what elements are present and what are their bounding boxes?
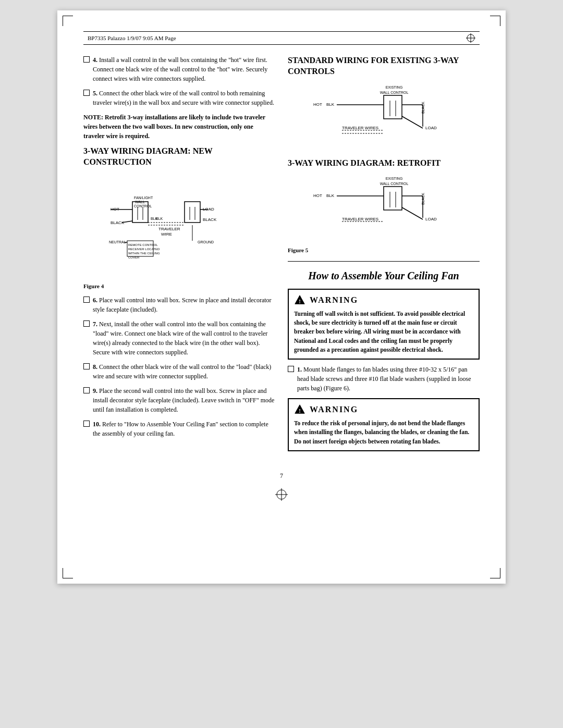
standard-wiring-svg: EXISTING WALL CONTROL HOT BLK BLACK TRAV (288, 82, 480, 150)
divider (288, 261, 480, 262)
checkbox-7 (83, 320, 90, 327)
right-step-1-number: 1. (297, 366, 302, 373)
warning-box-1: ! WARNING Turning off wall switch is not… (288, 289, 480, 360)
step-4-text: 4. Install a wall control in the wall bo… (93, 55, 275, 83)
header-bar: BP7335 Palazzo 1/9/07 9:05 AM Page (83, 31, 480, 45)
warning-2-header: ! WARNING (294, 403, 473, 416)
bottom-crosshair-icon (275, 488, 288, 501)
step-5-item: 5. Connect the other black wire of the w… (83, 89, 275, 107)
bottom-crosshair-container (83, 488, 480, 501)
step-6-content: Place wall control into wall box. Screw … (93, 297, 272, 313)
svg-text:REMOTE CONTROL: REMOTE CONTROL (128, 243, 158, 246)
standard-wiring-title: STANDARD WIRING FOR EXISTING 3-WAY CONTR… (288, 55, 480, 77)
step-10-content: Refer to "How to Assemble Your Ceiling F… (93, 421, 268, 437)
note-text: NOTE: Retrofit 3-way installations are l… (83, 113, 275, 141)
svg-text:RECEIVER LOCATED: RECEIVER LOCATED (128, 248, 160, 251)
svg-line-48 (402, 116, 423, 128)
step-8-number: 8. (93, 363, 97, 371)
step-5-text: 5. Connect the other black wire of the w… (93, 89, 275, 107)
page: BP7335 Palazzo 1/9/07 9:05 AM Page 4. In… (57, 10, 506, 584)
step-4-item: 4. Install a wall control in the wall bo… (83, 55, 275, 83)
svg-rect-14 (185, 202, 200, 223)
svg-text:WIRE: WIRE (161, 232, 172, 237)
svg-text:WITHIN THE CEILING: WITHIN THE CEILING (128, 252, 160, 255)
step-5-number: 5. (93, 90, 97, 97)
step-10-item: 10. Refer to "How to Assemble Your Ceili… (83, 419, 275, 438)
corner-mark-tr (490, 16, 500, 26)
retrofit-diagram-container: EXISTING WALL CONTROL HOT BLK BLACK TRAV (288, 174, 480, 255)
warning-triangle-icon-2: ! (294, 404, 305, 415)
warning-2-title: WARNING (310, 403, 358, 416)
step-6-number: 6. (93, 297, 97, 304)
step-7-text: 7. Next, install the other wall control … (93, 319, 275, 357)
crosshair-icon (466, 33, 475, 43)
warning-2-text: To reduce the risk of personal injury, d… (294, 419, 473, 446)
corner-mark-tl (63, 16, 73, 26)
checkbox-6 (83, 297, 90, 303)
right-step-1-content: Mount blade flanges to fan blades using … (297, 366, 471, 392)
figure-4-diagram: HOT FAN/LIGHT WALL CONTROL BLACK BLK (83, 173, 275, 277)
warning-box-2: ! WARNING To reduce the risk of personal… (288, 398, 480, 451)
figure-5-label: Figure 5 (288, 246, 480, 255)
svg-text:FAN/LIGHT: FAN/LIGHT (134, 196, 153, 200)
svg-text:WALL CONTROL: WALL CONTROL (380, 182, 409, 186)
right-step-1-text: 1. Mount blade flanges to fan blades usi… (297, 365, 480, 393)
figure-4-label: Figure 4 (83, 282, 275, 291)
step-9-item: 9. Place the second wall control into th… (83, 386, 275, 414)
step-8-text: 8. Connect the other black wire of the w… (93, 362, 275, 381)
warning-1-title: WARNING (310, 294, 358, 306)
step-6-text: 6. Place wall control into wall box. Scr… (93, 295, 275, 314)
svg-line-63 (402, 207, 423, 219)
warning-triangle-icon-1: ! (294, 294, 305, 306)
step-10-text: 10. Refer to "How to Assemble Your Ceili… (93, 419, 275, 438)
right-column: STANDARD WIRING FOR EXISTING 3-WAY CONTR… (288, 55, 480, 456)
svg-text:WALL: WALL (135, 200, 145, 204)
svg-text:COVER: COVER (128, 256, 140, 259)
step-6-item: 6. Place wall control into wall box. Scr… (83, 295, 275, 314)
checkbox-r1 (288, 366, 294, 372)
corner-mark-bl (63, 568, 73, 578)
checkbox-8 (83, 363, 90, 369)
svg-text:NEUTRAL: NEUTRAL (109, 240, 126, 244)
step-9-number: 9. (93, 387, 97, 394)
retrofit-svg: EXISTING WALL CONTROL HOT BLK BLACK TRAV (288, 174, 480, 241)
checkbox-5 (83, 90, 90, 96)
svg-text:WALL CONTROL: WALL CONTROL (380, 91, 409, 94)
svg-text:TRAVELER WIRES: TRAVELER WIRES (342, 126, 378, 130)
step-7-content: Next, install the other wall control int… (93, 320, 267, 356)
step-8-item: 8. Connect the other black wire of the w… (83, 362, 275, 381)
how-to-title: How to Assemble Your Ceiling Fan (288, 268, 480, 283)
svg-text:LOAD: LOAD (425, 126, 437, 130)
checkbox-9 (83, 387, 90, 393)
new-construction-title: 3-WAY WIRING DIAGRAM: NEW CONSTRUCTION (83, 146, 275, 168)
header-text: BP7335 Palazzo 1/9/07 9:05 AM Page (88, 35, 466, 41)
svg-text:BLK: BLK (326, 193, 335, 198)
standard-wiring-diagram-container: EXISTING WALL CONTROL HOT BLK BLACK TRAV (288, 82, 480, 153)
retrofit-title: 3-WAY WIRING DIAGRAM: RETROFIT (288, 158, 480, 169)
warning-1-text: Turning off wall switch is not sufficien… (294, 310, 473, 354)
svg-text:BLK: BLK (156, 217, 163, 220)
svg-text:!: ! (299, 298, 301, 304)
svg-rect-35 (384, 95, 402, 119)
step-5-content: Connect the other black wire of the wall… (93, 90, 274, 106)
warning-1-header: ! WARNING (294, 294, 473, 306)
step-7-item: 7. Next, install the other wall control … (83, 319, 275, 357)
step-4-content: Install a wall control in the wall box c… (93, 56, 267, 82)
svg-text:HOT: HOT (313, 193, 322, 198)
svg-text:BLACK: BLACK (203, 217, 217, 222)
main-columns: 4. Install a wall control in the wall bo… (83, 55, 480, 456)
corner-mark-br (490, 568, 500, 578)
step-10-number: 10. (93, 421, 101, 428)
step-4-number: 4. (93, 56, 97, 64)
svg-text:HOT: HOT (313, 102, 322, 107)
step-9-text: 9. Place the second wall control into th… (93, 386, 275, 414)
checkbox-4 (83, 56, 90, 63)
svg-text:EXISTING: EXISTING (386, 177, 403, 180)
svg-text:LOAD: LOAD (425, 217, 437, 221)
svg-text:GROUND: GROUND (198, 240, 214, 244)
svg-text:TRAVELER WIRES: TRAVELER WIRES (342, 217, 378, 221)
left-column: 4. Install a wall control in the wall bo… (83, 55, 275, 456)
step-8-content: Connect the other black wire of the wall… (93, 363, 271, 380)
svg-text:EXISTING: EXISTING (386, 85, 403, 89)
step-7-number: 7. (93, 320, 97, 328)
